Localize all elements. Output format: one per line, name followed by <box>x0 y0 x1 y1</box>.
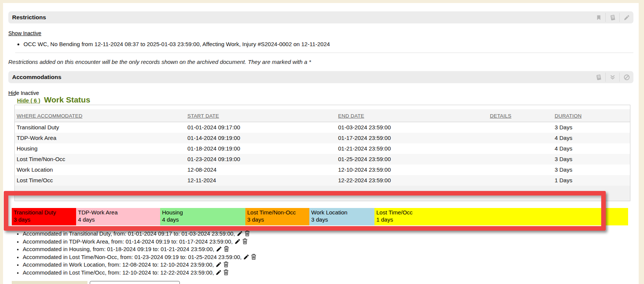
timeline-segment: Work Location3 days <box>309 208 374 225</box>
edit-pencil-icon[interactable] <box>214 246 222 252</box>
accommodation-entry: Accommodated in TDP-Work Area, from: 01-… <box>23 238 633 246</box>
column-header-details[interactable]: DETAILS <box>490 113 511 119</box>
work-status-title: Work Status <box>44 95 90 104</box>
accommodation-entry: Accommodated in Lost Time/Occ, from: 12-… <box>23 269 633 277</box>
table-footer-row: DISPLAYING 1-6 / 6 <box>15 186 630 201</box>
pencil-icon[interactable] <box>620 11 633 23</box>
timeline-segment: Lost Time/Occ1 days <box>374 208 628 225</box>
cell-where: TDP-Work Area <box>15 133 186 143</box>
column-header-end-date[interactable]: END DATE <box>338 113 364 119</box>
segment-label: Work Location <box>311 209 374 216</box>
cell-duration: 4 Days <box>553 133 630 143</box>
trash-icon[interactable] <box>243 231 250 237</box>
table-row: Transitional Duty01-01-2024 09:17:0001-0… <box>15 122 630 133</box>
accommodation-entry: Accommodated in Work Location, from: 12-… <box>23 261 633 269</box>
column-header-duration[interactable]: DURATION <box>555 113 582 119</box>
cell-where: Work Location <box>15 165 186 175</box>
timeline-segment: Housing4 days <box>160 208 245 225</box>
where-accommodated-label: Where Accommodated <box>12 281 87 284</box>
trash-icon[interactable] <box>249 254 256 260</box>
cell-start: 12-08-2024 <box>186 165 336 175</box>
trash-icon[interactable] <box>221 262 229 268</box>
where-accommodated-form-row: Where Accommodated ⌄ <box>12 281 633 284</box>
where-accommodated-select[interactable]: ⌄ <box>90 281 180 284</box>
entry-text: Accommodated in Lost Time/Occ, from: 12-… <box>23 270 214 276</box>
cell-where: Transitional Duty <box>15 122 186 133</box>
restrictions-header-bar: Restrictions <box>8 11 633 23</box>
cell-end: 12-10-2024 23:59:00 <box>336 165 488 175</box>
show-inactive-link[interactable]: Show Inactive <box>8 30 41 36</box>
cell-where: Housing <box>15 143 186 154</box>
table-row: Lost Time/Occ12-11-202412-22-2024 23:59:… <box>15 175 630 186</box>
cancel-icon[interactable] <box>620 71 633 83</box>
restrictions-title: Restrictions <box>12 14 46 21</box>
bookmark-icon[interactable] <box>592 11 605 23</box>
cell-duration: 3 Days <box>553 122 630 133</box>
accommodation-entry: Accommodated in Lost Time/Non-Occ, from:… <box>23 253 633 261</box>
edit-pencil-icon[interactable] <box>214 270 221 276</box>
segment-days: 3 days <box>247 216 309 223</box>
segment-days: 4 days <box>78 216 160 223</box>
table-header-row: WHERE ACCOMMODATEDSTART DATEEND DATEDETA… <box>15 109 630 122</box>
accommodation-timeline-bar: Transitional Duty3 daysTDP-Work Area4 da… <box>12 208 633 225</box>
segment-label: Housing <box>162 209 245 216</box>
accommodations-title: Accommodations <box>12 74 61 81</box>
segment-label: Lost Time/Non-Occ <box>247 209 309 216</box>
chevron-double-down-icon[interactable] <box>606 71 619 83</box>
cell-details <box>488 175 553 186</box>
restrictions-note: Restrictions added on this encounter wil… <box>8 59 633 65</box>
entry-text: Accommodated in TDP-Work Area, from: 01-… <box>23 239 233 245</box>
hide-count-link[interactable]: Hide ( 6 ) <box>17 98 40 104</box>
table-row: Lost Time/Non-Occ01-23-2024 09:19:0001-2… <box>15 154 630 165</box>
segment-days: 3 days <box>311 216 374 223</box>
segment-days: 1 days <box>376 216 628 223</box>
accommodation-entry: Accommodated in Transitional Duty, from:… <box>23 230 633 238</box>
segment-label: TDP-Work Area <box>78 209 160 216</box>
cell-where: Lost Time/Non-Occ <box>15 154 186 165</box>
accommodation-entry-list: Accommodated in Transitional Duty, from:… <box>8 230 633 276</box>
timeline-segment: Lost Time/Non-Occ3 days <box>245 208 309 225</box>
cell-where: Lost Time/Occ <box>15 175 186 186</box>
trash-icon[interactable] <box>221 270 229 276</box>
cell-end: 01-25-2024 23:59:00 <box>336 154 488 165</box>
cell-start: 01-23-2024 09:19:00 <box>186 154 336 165</box>
cell-duration: 1 Days <box>553 175 630 186</box>
work-status-legend: Hide ( 6 ) Work Status <box>16 95 94 104</box>
cell-details <box>488 165 553 175</box>
segment-label: Transitional Duty <box>14 209 76 216</box>
timeline-segment: Transitional Duty3 days <box>12 208 76 225</box>
entry-text: Accommodated in Housing, from: 01-18-202… <box>23 246 214 252</box>
accommodations-toolbar <box>592 71 633 83</box>
cell-start: 12-11-2024 <box>186 175 336 186</box>
cell-start: 01-18-2024 09:19:00 <box>186 143 336 154</box>
cell-end: 12-22-2024 23:59:00 <box>336 175 488 186</box>
book-icon[interactable] <box>606 11 619 23</box>
entry-text: Accommodated in Transitional Duty, from:… <box>23 231 235 237</box>
segment-days: 3 days <box>14 216 76 223</box>
entry-text: Accommodated in Work Location, from: 12-… <box>23 262 214 268</box>
restriction-item: OCC WC, No Bending from 12-11-2024 08:37… <box>23 40 633 48</box>
edit-pencil-icon[interactable] <box>233 239 240 245</box>
column-header-where-accommodated[interactable]: WHERE ACCOMMODATED <box>17 113 83 119</box>
cell-details <box>488 122 553 133</box>
restriction-list: OCC WC, No Bending from 12-11-2024 08:37… <box>8 40 633 48</box>
edit-pencil-icon[interactable] <box>242 254 249 260</box>
column-header-start-date[interactable]: START DATE <box>187 113 219 119</box>
table-row: Housing01-18-2024 09:19:0001-21-2024 23:… <box>15 143 630 154</box>
table-row: Work Location12-08-202412-10-2024 23:59:… <box>15 165 630 175</box>
edit-pencil-icon[interactable] <box>235 231 243 237</box>
table-body: Transitional Duty01-01-2024 09:17:0001-0… <box>15 122 630 186</box>
edit-pencil-icon[interactable] <box>214 262 221 268</box>
cell-details <box>488 154 553 165</box>
work-status-fieldset: Hide ( 6 ) Work Status WHERE ACCOMMODATE… <box>14 105 630 201</box>
table-row: TDP-Work Area01-14-2024 09:19:0001-17-20… <box>15 133 630 143</box>
divider <box>15 53 633 53</box>
cell-end: 01-17-2024 23:59:00 <box>336 133 488 143</box>
accommodation-entry: Accommodated in Housing, from: 01-18-202… <box>23 245 633 253</box>
segment-days: 4 days <box>162 216 245 223</box>
cell-start: 01-14-2024 09:19:00 <box>186 133 336 143</box>
trash-icon[interactable] <box>240 239 248 245</box>
trash-icon[interactable] <box>222 246 229 252</box>
cell-duration: 3 Days <box>553 165 630 175</box>
book-icon[interactable] <box>592 71 605 83</box>
